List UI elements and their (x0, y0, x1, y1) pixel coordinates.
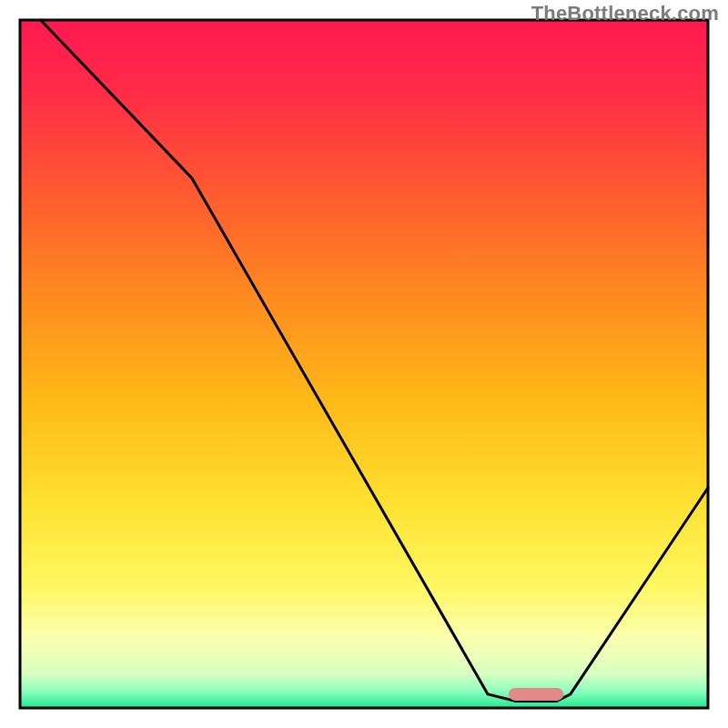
optimal-marker (509, 688, 564, 701)
bottleneck-curve-chart (0, 0, 728, 728)
chart-container: TheBottleneck.com (0, 0, 728, 728)
plot-background (20, 20, 708, 708)
watermark-text: TheBottleneck.com (531, 2, 719, 25)
